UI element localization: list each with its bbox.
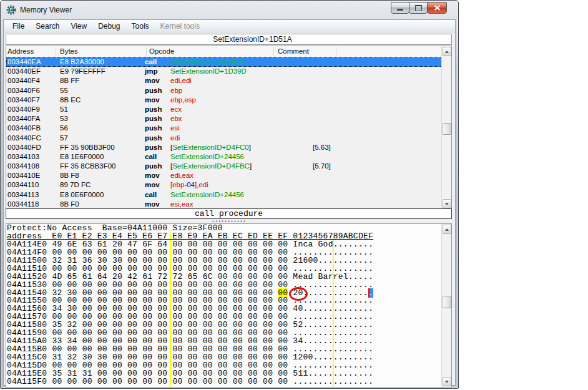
maximize-button[interactable] <box>409 2 428 14</box>
scroll-down-button[interactable] <box>443 199 451 208</box>
menu-item-search[interactable]: Search <box>30 21 65 32</box>
disasm-row[interactable]: 003440FC57pushedi <box>6 134 442 143</box>
scrollbar-thumb[interactable] <box>443 123 451 135</box>
scroll-up-button[interactable] <box>443 47 451 56</box>
disassembly-scrollbar[interactable] <box>441 46 451 209</box>
client-area: FileSearchViewDebugToolsKernel tools Set… <box>3 19 456 386</box>
title-bar[interactable]: E Memory Viewer <box>1 1 458 19</box>
disasm-row[interactable]: 00344103E8 1E6F0000callSetExtensionID+24… <box>6 152 442 162</box>
disasm-bytes: 53 <box>60 115 68 122</box>
svg-text:E: E <box>9 7 13 13</box>
column-divider[interactable] <box>146 47 147 57</box>
disasm-row[interactable]: 00344113E8 0E6F0000callSetExtensionID+24… <box>6 190 442 200</box>
disassembly-rows: 003440EAE8 B2A30000callSetExtensionID+27… <box>6 57 442 209</box>
disasm-operand: SetExtensionID+278D1 <box>170 58 245 66</box>
disasm-mnemonic: jmp <box>145 67 157 75</box>
disasm-row[interactable]: 003440FDFF 35 90BB3F00push[SetExtensionI… <box>6 143 442 152</box>
column-divider[interactable] <box>273 47 274 57</box>
disasm-row[interactable]: 003440F951pushecx <box>6 105 442 114</box>
disasm-address: 003440EF <box>7 67 41 75</box>
disasm-address: 003440F6 <box>7 87 40 94</box>
disasm-row[interactable]: 0034410E8B F8movedi,eax <box>6 171 442 180</box>
disasm-bytes: 55 <box>60 87 68 94</box>
menu-bar: FileSearchViewDebugToolsKernel tools <box>4 20 455 32</box>
dump-rows: 04A114E0 49 6E 63 61 20 47 6F 64 00 00 0… <box>7 241 442 386</box>
disasm-address: 00344110 <box>7 181 39 188</box>
disasm-address: 003440EA <box>7 58 41 66</box>
disasm-row[interactable]: 003440FB56pushesi <box>6 124 442 133</box>
disasm-comment: [5.70] <box>313 162 331 170</box>
splitter-grip-icon <box>212 220 247 222</box>
disasm-operand: edi <box>170 134 180 142</box>
column-header-address[interactable]: Address <box>7 47 34 55</box>
maximize-icon <box>415 5 422 11</box>
menu-item-debug[interactable]: Debug <box>92 21 125 32</box>
disasm-operand: edi,edi <box>170 77 192 84</box>
disasm-address: 003440FD <box>7 144 41 151</box>
close-button[interactable] <box>427 2 447 14</box>
disasm-bytes: 51 <box>60 105 68 113</box>
disasm-row[interactable]: 003440EAE8 B2A30000callSetExtensionID+27… <box>6 57 442 67</box>
disasm-address: 00344113 <box>7 191 39 198</box>
app-gear-icon: E <box>6 5 16 15</box>
disasm-mnemonic: push <box>145 144 162 151</box>
disasm-bytes: E9 79FEFFFF <box>60 67 105 75</box>
disasm-row[interactable]: 003440F78B ECmovebp,esp <box>6 95 442 105</box>
disasm-mnemonic: push <box>145 115 162 122</box>
disasm-row[interactable]: 003440EFE9 79FEFFFFjmpSetExtensionID+1D3… <box>6 67 442 76</box>
menu-item-tools[interactable]: Tools <box>126 21 155 32</box>
column-divider[interactable] <box>336 47 336 57</box>
disasm-operand: esi,eax <box>170 200 193 208</box>
column-header-opcode[interactable]: Opcode <box>149 47 174 55</box>
disasm-address: 0034410E <box>7 172 40 179</box>
disasm-row[interactable]: 003440F655pushebp <box>6 86 442 95</box>
disasm-operand: [ebp-04],edi <box>170 181 208 188</box>
disasm-address: 003440FA <box>7 115 40 122</box>
disasm-bytes: 89 7D FC <box>60 181 91 188</box>
disasm-mnemonic: mov <box>145 172 160 179</box>
disasm-mnemonic: mov <box>145 181 160 188</box>
column-header-comment[interactable]: Comment <box>278 47 309 55</box>
disasm-bytes: 56 <box>60 124 68 132</box>
disasm-operand: [SetExtensionID+D4FBC] <box>170 162 252 170</box>
disasm-address: 003440F7 <box>7 96 40 104</box>
scrollbar-thumb[interactable] <box>443 296 451 308</box>
disasm-row[interactable]: 003440FA53pushebx <box>6 114 442 124</box>
disasm-mnemonic: push <box>145 124 162 132</box>
disasm-row[interactable]: 0034411089 7D FCmov[ebp-04],edi <box>6 180 442 190</box>
disasm-bytes: 8B EC <box>60 96 81 104</box>
arrow-down-icon <box>445 203 449 205</box>
disasm-operand: SetExtensionID+1D39D <box>170 67 247 75</box>
menu-item-view[interactable]: View <box>65 21 92 32</box>
column-divider[interactable] <box>56 47 56 57</box>
close-icon <box>434 5 441 11</box>
disasm-mnemonic: mov <box>145 200 160 208</box>
disasm-operand: SetExtensionID+24456 <box>170 153 244 160</box>
disasm-address: 003440F4 <box>7 77 40 84</box>
disasm-operand: SetExtensionID+24456 <box>170 191 244 198</box>
disasm-mnemonic: call <box>145 58 157 66</box>
pane-splitter[interactable] <box>6 219 452 223</box>
disasm-operand: ebp <box>170 87 182 94</box>
scroll-down-button[interactable] <box>443 377 451 386</box>
hex-dump-panel: Protect:No Access Base=04A11000 Size=3F0… <box>6 223 452 388</box>
disasm-comment: [5.63] <box>313 144 331 151</box>
disasm-operand: ecx <box>170 105 182 113</box>
disasm-row[interactable]: 003441188B F0movesi,eax <box>6 200 442 209</box>
disasm-row[interactable]: 003440F48B FFmovedi,edi <box>6 76 442 85</box>
dump-scrollbar[interactable] <box>441 224 451 387</box>
window-controls <box>391 2 447 14</box>
scroll-up-button[interactable] <box>443 225 451 234</box>
disasm-mnemonic: call <box>145 191 157 198</box>
disasm-row[interactable]: 00344108FF 35 8CBB3F00push[SetExtensionI… <box>6 162 442 171</box>
symbol-address-bar: SetExtensionID+1D51A <box>6 34 452 45</box>
menu-item-file[interactable]: File <box>7 21 30 32</box>
minimize-button[interactable] <box>391 2 409 14</box>
disasm-bytes: E8 0E6F0000 <box>60 191 104 198</box>
minimize-icon <box>397 9 403 11</box>
column-header-bytes[interactable]: Bytes <box>60 47 78 55</box>
disasm-mnemonic: push <box>145 87 162 94</box>
disasm-address: 003440FB <box>7 124 41 132</box>
disasm-bytes: 8B F8 <box>60 172 79 179</box>
dump-row[interactable]: 04A115F0 00 00 00 00 00 00 00 00 00 00 0… <box>7 378 442 386</box>
